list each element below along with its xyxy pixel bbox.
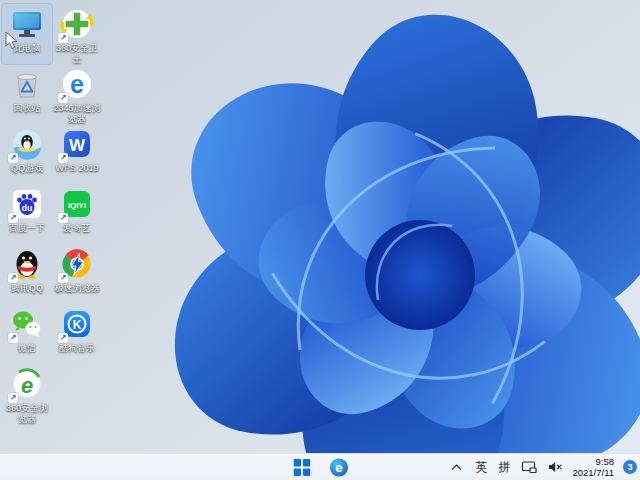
shortcut-arrow-icon: ↗: [58, 33, 68, 43]
icon-label: 爱奇艺: [52, 223, 102, 234]
icon-label: 回收站: [2, 103, 52, 114]
qq-games-icon: ↗: [10, 127, 44, 161]
windows-logo-icon: [293, 459, 310, 476]
icon-label: 极速浏览器: [52, 283, 102, 294]
du-glyph: du: [22, 203, 33, 213]
clock[interactable]: 9:58 2021/7/11: [572, 456, 614, 478]
shortcut-arrow-icon: ↗: [8, 273, 18, 283]
taskbar-center: e: [290, 454, 351, 480]
desktop: 此电脑 ↗ 360安全卫士: [0, 0, 640, 480]
desktop-icon-grid: 此电脑 ↗ 360安全卫士: [2, 4, 102, 424]
iqiyi-glyph: iQIYI: [68, 201, 86, 210]
shortcut-arrow-icon: ↗: [58, 333, 68, 343]
e-glyph: e: [21, 373, 33, 398]
360-secure-browser-icon: e ↗: [10, 367, 44, 401]
desktop-icon-qq-games[interactable]: ↗ QQ游戏: [2, 124, 52, 184]
e-glyph: e: [70, 70, 84, 98]
shortcut-arrow-icon: ↗: [58, 213, 68, 223]
shortcut-arrow-icon: ↗: [8, 333, 18, 343]
desktop-icon-iqiyi[interactable]: iQIYI ↗ 爱奇艺: [52, 184, 102, 244]
wechat-icon: ↗: [10, 307, 44, 341]
desktop-icon-wechat[interactable]: ↗ 微信: [2, 304, 52, 364]
icon-label: 360安全浏览器: [2, 403, 52, 425]
360-safe-guard-icon: ↗: [60, 7, 94, 41]
tencent-qq-icon: ↗: [10, 247, 44, 281]
speed-browser-icon: ↗: [60, 247, 94, 281]
desktop-icon-2345-speed-browser[interactable]: e ↗ 2345加速浏览器: [52, 64, 102, 124]
volume-tray-button[interactable]: [546, 459, 563, 476]
wps-2019-icon: W ↗: [60, 127, 94, 161]
desktop-icon-speed-browser[interactable]: ↗ 极速浏览器: [52, 244, 102, 304]
icon-label: 百度一下: [2, 223, 52, 234]
clock-date: 2021/7/11: [572, 467, 614, 478]
desktop-icon-recycle-bin[interactable]: 回收站: [2, 64, 52, 124]
speaker-mute-icon: [547, 459, 563, 475]
desktop-icon-360-safe-guard[interactable]: ↗ 360安全卫士: [52, 4, 102, 64]
taskbar: e 英 拼: [0, 453, 640, 480]
system-tray: 英 拼 9:58 2021/7/11 3: [448, 454, 637, 480]
network-icon: [521, 459, 537, 475]
desktop-icon-tencent-qq[interactable]: ↗ 腾讯QQ: [2, 244, 52, 304]
desktop-icon-wps-2019[interactable]: W ↗ WPS 2019: [52, 124, 102, 184]
mouse-cursor: [5, 31, 18, 50]
clock-time: 9:58: [596, 456, 615, 467]
edge-icon: e: [329, 458, 348, 477]
icon-label: 酷狗音乐: [52, 343, 102, 354]
icon-label: 360安全卫士: [52, 43, 102, 65]
w-glyph: W: [69, 136, 86, 155]
network-tray-button[interactable]: [520, 459, 537, 476]
tray-overflow-button[interactable]: [448, 459, 465, 476]
desktop-icon-kugou-music[interactable]: K ↗ 酷狗音乐: [52, 304, 102, 364]
shortcut-arrow-icon: ↗: [8, 153, 18, 163]
recycle-bin-icon: [10, 67, 44, 101]
icon-label: 2345加速浏览器: [52, 103, 102, 125]
icon-label: QQ游戏: [2, 163, 52, 174]
desktop-icon-baidu-search[interactable]: du ↗ 百度一下: [2, 184, 52, 244]
baidu-icon: du ↗: [10, 187, 44, 221]
kugou-music-icon: K ↗: [60, 307, 94, 341]
icon-label: 腾讯QQ: [2, 283, 52, 294]
start-button[interactable]: [290, 455, 314, 479]
shortcut-arrow-icon: ↗: [8, 213, 18, 223]
icon-label: 微信: [2, 343, 52, 354]
desktop-icon-360-secure-browser[interactable]: e ↗ 360安全浏览器: [2, 364, 52, 424]
k-glyph: K: [73, 318, 82, 332]
shortcut-arrow-icon: ↗: [8, 393, 18, 403]
ime-pinyin-indicator[interactable]: 拼: [497, 459, 511, 476]
notification-count-badge[interactable]: 3: [623, 460, 637, 474]
ime-english-indicator[interactable]: 英: [474, 459, 488, 476]
2345-browser-icon: e ↗: [60, 67, 94, 101]
shortcut-arrow-icon: ↗: [58, 153, 68, 163]
edge-taskbar-button[interactable]: e: [327, 455, 351, 479]
chevron-up-icon: [450, 461, 463, 474]
iqiyi-icon: iQIYI ↗: [60, 187, 94, 221]
shortcut-arrow-icon: ↗: [58, 273, 68, 283]
svg-text:e: e: [335, 460, 342, 475]
icon-label: WPS 2019: [52, 163, 102, 174]
shortcut-arrow-icon: ↗: [58, 93, 68, 103]
